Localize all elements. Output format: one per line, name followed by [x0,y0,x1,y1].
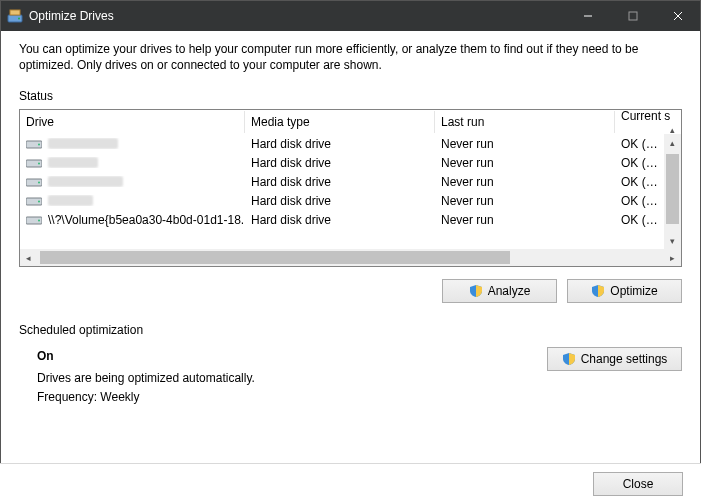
scroll-down-icon[interactable]: ▾ [664,232,681,249]
close-button[interactable] [655,1,700,31]
last-run: Never run [435,213,615,227]
drive-icon [26,138,42,149]
current-status: OK (0% f [615,194,664,208]
minimize-button[interactable] [565,1,610,31]
maximize-button[interactable] [610,1,655,31]
current-status: OK (0% f [615,156,664,170]
drive-icon [26,214,42,225]
footer: Close [0,463,701,504]
drive-icon [26,195,42,206]
column-headers: Drive Media type Last run Current s ▴ [20,110,681,134]
svg-rect-4 [629,12,637,20]
analyze-button[interactable]: Analyze [442,279,557,303]
window-title: Optimize Drives [29,9,114,23]
close-label: Close [623,477,654,491]
intro-text: You can optimize your drives to help you… [19,41,682,73]
media-type: Hard disk drive [245,137,435,151]
drive-name-redacted [48,157,98,168]
col-last-run[interactable]: Last run [435,111,615,133]
vertical-scroll-thumb[interactable] [666,154,679,224]
scroll-up-icon[interactable]: ▴ [664,134,681,151]
drive-list[interactable]: Drive Media type Last run Current s ▴ Ha… [19,109,682,267]
media-type: Hard disk drive [245,194,435,208]
drive-name-redacted [48,176,123,187]
current-status: OK (0% f [615,137,664,151]
table-row[interactable]: Hard disk driveNever runOK (0% f [20,191,664,210]
col-current-status-label: Current s [621,109,670,123]
scroll-right-icon[interactable]: ▸ [664,249,681,266]
current-status: OK (0% f [615,175,664,189]
media-type: Hard disk drive [245,213,435,227]
scheduled-frequency: Frequency: Weekly [37,388,547,407]
col-drive[interactable]: Drive [20,111,245,133]
last-run: Never run [435,156,615,170]
close-dialog-button[interactable]: Close [593,472,683,496]
col-media[interactable]: Media type [245,111,435,133]
table-row[interactable]: \\?\Volume{b5ea0a30-4b0d-01d1-18...Hard … [20,210,664,229]
svg-point-16 [38,220,40,222]
status-label: Status [19,89,682,103]
table-row[interactable]: Hard disk driveNever runOK (0% f [20,172,664,191]
horizontal-scroll-thumb[interactable] [40,251,510,264]
last-run: Never run [435,137,615,151]
drive-name-redacted [48,195,93,206]
change-settings-label: Change settings [581,352,668,366]
shield-icon [591,284,605,298]
scheduled-label: Scheduled optimization [19,323,682,337]
last-run: Never run [435,175,615,189]
drive-name: \\?\Volume{b5ea0a30-4b0d-01d1-18... [48,213,245,227]
titlebar[interactable]: Optimize Drives [1,1,700,31]
svg-rect-1 [10,10,20,15]
svg-point-10 [38,163,40,165]
drive-name-redacted [48,138,118,149]
scroll-left-icon[interactable]: ◂ [20,249,37,266]
shield-icon [562,352,576,366]
shield-icon [469,284,483,298]
scheduled-desc: Drives are being optimized automatically… [37,369,547,388]
last-run: Never run [435,194,615,208]
table-row[interactable]: Hard disk driveNever runOK (0% f [20,134,664,153]
svg-point-14 [38,201,40,203]
svg-point-2 [18,18,20,20]
app-icon [7,8,23,24]
table-row[interactable]: Hard disk driveNever runOK (0% f [20,153,664,172]
svg-point-12 [38,182,40,184]
drive-icon [26,176,42,187]
media-type: Hard disk drive [245,175,435,189]
optimize-label: Optimize [610,284,657,298]
media-type: Hard disk drive [245,156,435,170]
vertical-scrollbar[interactable]: ▴ ▾ [664,134,681,249]
change-settings-button[interactable]: Change settings [547,347,682,371]
optimize-button[interactable]: Optimize [567,279,682,303]
drive-icon [26,157,42,168]
current-status: OK (0% f [615,213,664,227]
analyze-label: Analyze [488,284,531,298]
horizontal-scrollbar[interactable]: ◂ ▸ [20,249,681,266]
svg-point-8 [38,144,40,146]
scheduled-state: On [37,347,547,366]
